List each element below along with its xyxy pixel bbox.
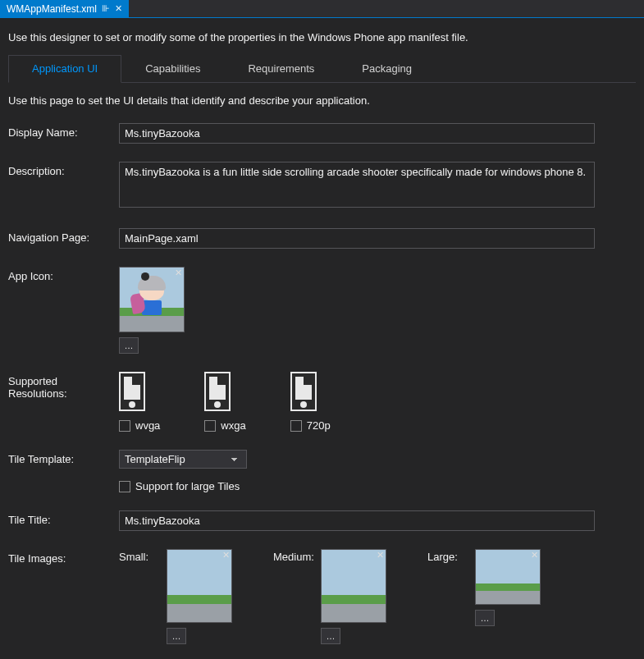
- resolution-wxga: wxga: [204, 372, 245, 432]
- select-tile-template[interactable]: TemplateFlip: [119, 450, 247, 469]
- browse-tile-large-button[interactable]: …: [475, 610, 495, 626]
- remove-icon[interactable]: ✕: [531, 550, 538, 561]
- remove-icon[interactable]: ✕: [377, 550, 384, 561]
- section-tabs: Application UI Capabilities Requirements…: [8, 55, 636, 83]
- label-tile-template: Tile Template:: [8, 450, 119, 465]
- label-description: Description:: [8, 162, 119, 177]
- label-display-name: Display Name:: [8, 123, 119, 139]
- phone-icon: [290, 372, 317, 411]
- checkbox-support-large[interactable]: [119, 481, 130, 492]
- close-icon[interactable]: ✕: [115, 3, 122, 14]
- browse-tile-small-button[interactable]: …: [167, 628, 186, 644]
- res-label-720p: 720p: [307, 419, 331, 432]
- label-supported-res: Supported Resolutions:: [8, 372, 119, 400]
- phone-icon: [204, 372, 231, 411]
- designer-content: Use this designer to set or modify some …: [0, 18, 644, 659]
- tile-medium-preview[interactable]: ✕: [321, 549, 386, 623]
- tab-requirements[interactable]: Requirements: [224, 55, 338, 82]
- input-navigation-page[interactable]: [119, 228, 595, 249]
- tab-packaging[interactable]: Packaging: [338, 55, 436, 82]
- tab-application-ui[interactable]: Application UI: [8, 55, 121, 83]
- label-tile-small: Small:: [119, 549, 160, 563]
- checkbox-wvga[interactable]: [119, 420, 130, 432]
- browse-app-icon-button[interactable]: …: [119, 337, 139, 354]
- res-label-wxga: wxga: [221, 419, 245, 432]
- page-subintro: Use this page to set the UI details that…: [8, 94, 636, 107]
- remove-icon[interactable]: ✕: [175, 268, 182, 278]
- checkbox-720p[interactable]: [290, 420, 302, 432]
- input-tile-title[interactable]: [119, 510, 595, 531]
- label-tile-images: Tile Images:: [8, 549, 119, 565]
- checkbox-wxga[interactable]: [204, 420, 216, 432]
- document-tab-bar: WMAppManifest.xml ⊪ ✕: [0, 0, 644, 18]
- document-tab-title: WMAppManifest.xml: [7, 3, 97, 15]
- input-description[interactable]: Ms.tinyBazooka is a fun little side scro…: [119, 162, 595, 208]
- resolution-720p: 720p: [290, 372, 331, 432]
- label-app-icon: App Icon:: [8, 267, 119, 282]
- label-tile-title: Tile Title:: [8, 510, 119, 526]
- browse-tile-medium-button[interactable]: …: [321, 628, 340, 644]
- designer-intro: Use this designer to set or modify some …: [8, 26, 636, 43]
- app-icon-preview[interactable]: ✕: [119, 267, 185, 332]
- res-label-wvga: wvga: [135, 419, 160, 432]
- label-tile-medium: Medium:: [273, 549, 314, 563]
- pin-icon[interactable]: ⊪: [102, 3, 110, 14]
- phone-icon: [119, 372, 145, 411]
- tab-capabilities[interactable]: Capabilities: [121, 55, 224, 82]
- input-display-name[interactable]: [119, 123, 595, 144]
- label-support-large: Support for large Tiles: [135, 480, 240, 492]
- label-navigation-page: Navigation Page:: [8, 228, 119, 244]
- document-tab-active[interactable]: WMAppManifest.xml ⊪ ✕: [0, 0, 129, 17]
- tile-large-preview[interactable]: ✕: [475, 549, 541, 605]
- tile-small-preview[interactable]: ✕: [167, 549, 232, 623]
- remove-icon[interactable]: ✕: [222, 550, 230, 561]
- label-tile-large: Large:: [427, 549, 468, 563]
- resolution-wvga: wvga: [119, 372, 160, 432]
